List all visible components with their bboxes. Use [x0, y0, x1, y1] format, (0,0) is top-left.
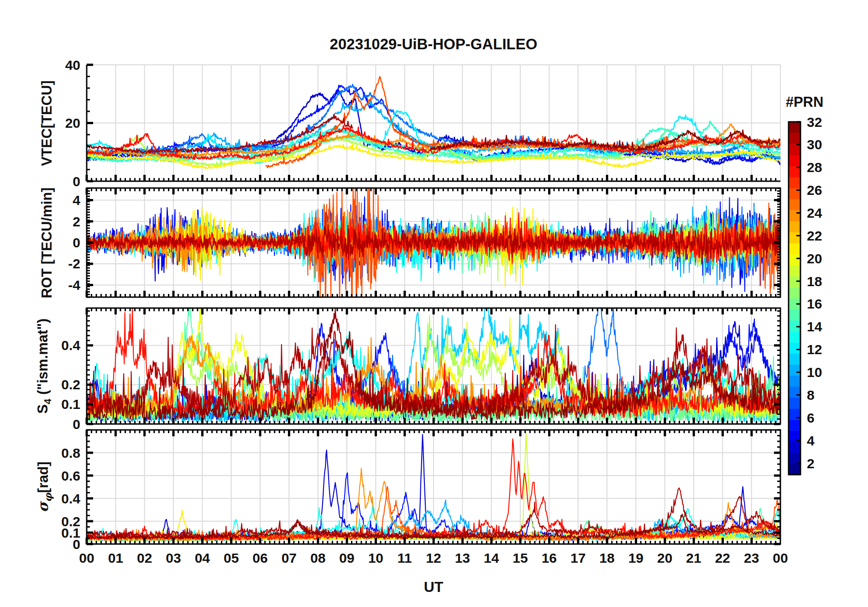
x-tick-label: 10 [368, 550, 383, 565]
colorbar-segment [789, 199, 800, 210]
colorbar-segment [789, 243, 800, 255]
panel-s4: 00.10.20.4 [61, 287, 780, 432]
panel-vtec: 02040 [65, 58, 780, 189]
y-axis-label-text: 4 [42, 398, 53, 404]
y-tick-label: 0.8 [61, 445, 80, 460]
chart-canvas: 02040-4-202400.10.20.400.10.20.40.60.800… [0, 0, 868, 607]
y-axis-label-text: VTEC[TECU] [39, 80, 55, 166]
colorbar-tick-label: 24 [807, 205, 822, 220]
y-tick-label: 0.4 [61, 338, 80, 353]
colorbar-segment [789, 442, 800, 453]
panel-sigma-phi: 00.10.20.40.60.8 [61, 430, 780, 552]
y-tick-label: 20 [65, 115, 80, 131]
colorbar-segment [789, 221, 800, 232]
colorbar-segment [789, 122, 800, 133]
chart-title: 20231029-UiB-HOP-GALILEO [330, 36, 538, 53]
x-tick-label: 18 [599, 550, 614, 565]
y-axis-label-vtec: VTEC[TECU] [39, 80, 55, 166]
colorbar-tick-label: 6 [807, 410, 815, 425]
x-tick-label: 05 [224, 550, 239, 565]
y-axis-label-text: [rad] [35, 461, 51, 493]
colorbar-tick-label: 2 [807, 456, 815, 471]
y-tick-label: 0 [73, 235, 80, 250]
colorbar-tick-label: 18 [807, 274, 822, 289]
x-tick-label: 01 [108, 550, 123, 565]
x-tick-label: 22 [715, 550, 730, 565]
y-axis-label-text: φ [42, 493, 54, 502]
y-axis-label-text: ROT [TECU/min] [39, 187, 55, 298]
x-tick-label: 06 [252, 550, 267, 565]
y-tick-label: 0.1 [61, 397, 80, 412]
colorbar-segment [789, 144, 800, 155]
colorbar-tick-label: 32 [807, 115, 822, 130]
y-tick-label: -2 [68, 256, 80, 271]
x-tick-label: 20 [657, 550, 672, 565]
y-axis-label-text: S [35, 404, 51, 414]
y-axis-label-sigmaphi: σφ[rad] [35, 461, 53, 513]
y-tick-label: 0.6 [61, 468, 80, 483]
y-tick-label: -4 [68, 277, 80, 293]
colorbar-segment [789, 364, 800, 376]
y-tick-label: 0.2 [61, 514, 80, 529]
colorbar-segment [789, 309, 800, 321]
x-tick-label: 19 [628, 550, 643, 565]
y-axis-label-rot: ROT [TECU/min] [39, 187, 55, 298]
x-axis-label: UT [424, 579, 444, 596]
colorbar-tick-label: 12 [807, 342, 822, 357]
x-tick-label: 03 [166, 550, 181, 565]
colorbar-segment [789, 133, 800, 144]
colorbar-tick-label: 26 [807, 183, 822, 198]
y-tick-label: 0.2 [61, 377, 80, 392]
colorbar-segment [789, 387, 800, 398]
colorbar-tick-label: 22 [807, 228, 822, 243]
colorbar-segment [789, 376, 800, 387]
colorbar-tick-label: 28 [807, 160, 822, 175]
colorbar-tick-label: 20 [807, 251, 822, 266]
y-axis-label-s4: S4 ("ism.mat") [35, 319, 53, 414]
colorbar-segment [789, 287, 800, 298]
y-tick-label: 0.4 [61, 491, 80, 506]
colorbar-tick-label: 16 [807, 296, 822, 311]
y-tick-label: 4 [73, 193, 80, 208]
colorbar-segment [789, 353, 800, 365]
colorbar-tick-label: 10 [807, 365, 822, 380]
colorbar-segment [789, 177, 800, 188]
colorbar-tick-label: 30 [807, 137, 822, 152]
chart-svg: 02040-4-202400.10.20.400.10.20.40.60.800… [0, 0, 868, 607]
x-tick-label: 00 [773, 550, 788, 565]
x-tick-label: 12 [426, 550, 441, 565]
colorbar-segment [789, 210, 800, 221]
x-tick-label: 11 [397, 550, 412, 565]
colorbar-segment [789, 419, 800, 431]
y-axis-label-text: ("ism.mat") [35, 319, 51, 399]
y-axis-label-text: σ [35, 502, 51, 513]
x-tick-label: 17 [570, 550, 586, 565]
y-tick-label: 0 [73, 417, 80, 432]
colorbar-segment [789, 155, 800, 166]
y-tick-label: 40 [65, 58, 80, 73]
y-tick-label: 2 [73, 214, 80, 229]
colorbar-tick-label: 14 [807, 319, 822, 334]
x-tick-label: 02 [137, 550, 152, 565]
colorbar-segment [789, 320, 800, 332]
x-tick-label: 00 [79, 550, 94, 565]
colorbar-segment [789, 398, 800, 409]
x-tick-label: 14 [484, 550, 499, 565]
x-tick-label: 04 [195, 550, 210, 565]
colorbar-title: #PRN [786, 94, 824, 110]
x-tick-label: 09 [339, 550, 354, 565]
colorbar-segment [789, 232, 800, 244]
x-tick-label: 07 [282, 550, 297, 565]
x-tick-label: 16 [542, 550, 557, 565]
x-tick-label: 23 [744, 550, 759, 565]
x-tick-label: 21 [686, 550, 701, 565]
y-tick-label: 0 [73, 174, 80, 189]
colorbar: 2468101214161820222426283032 [789, 115, 822, 475]
colorbar-segment [789, 464, 800, 475]
colorbar-tick-label: 4 [807, 433, 815, 448]
colorbar-tick-label: 8 [807, 387, 815, 403]
colorbar-segment [789, 254, 800, 266]
colorbar-segment [789, 331, 800, 343]
panel-rot: -4-2024 [68, 169, 780, 314]
colorbar-segment [789, 265, 800, 277]
